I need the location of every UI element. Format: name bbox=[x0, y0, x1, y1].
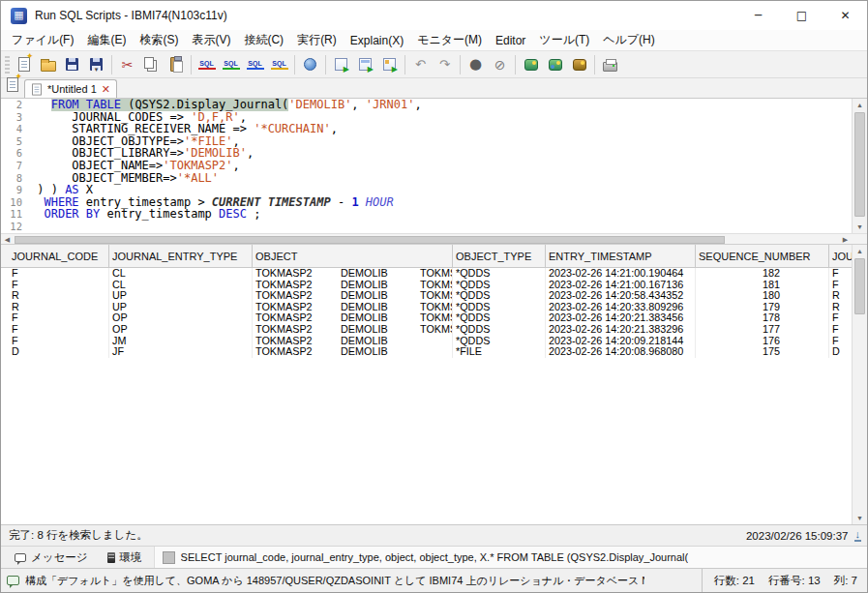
scroll-up-icon[interactable]: ▲ bbox=[853, 245, 867, 257]
sql-tool-4-button[interactable]: SQL bbox=[267, 53, 291, 76]
monitor-2-button[interactable] bbox=[543, 53, 567, 76]
column-header-object[interactable]: OBJECT bbox=[253, 245, 453, 267]
table-cell: F bbox=[9, 312, 109, 324]
menu-editor[interactable]: Editor bbox=[489, 32, 532, 49]
run-selected-button[interactable] bbox=[353, 53, 377, 76]
menu-explain[interactable]: Explain(X) bbox=[344, 32, 410, 49]
editor-vertical-scrollbar[interactable]: ▲ ▼ bbox=[852, 99, 867, 233]
redo-button[interactable]: ↷ bbox=[433, 53, 457, 76]
connect-button[interactable] bbox=[298, 53, 322, 76]
statement-history-entry[interactable]: SELECT journal_code, journal_entry_type,… bbox=[154, 547, 867, 568]
table-cell: JF bbox=[109, 346, 253, 358]
close-button[interactable]: ✕ bbox=[823, 1, 867, 30]
minimize-button[interactable]: ─ bbox=[736, 1, 780, 30]
editor-horizontal-scrollbar[interactable]: ◀ ▶ bbox=[1, 233, 867, 245]
scroll-right-icon[interactable]: ▶ bbox=[839, 234, 852, 245]
table-cell: F bbox=[9, 268, 109, 280]
editor-line[interactable]: 11 ORDER BY entry_timestamp DESC ; bbox=[1, 208, 852, 221]
environment-tab[interactable]: 環境 bbox=[100, 549, 150, 567]
table-row[interactable]: RUPTOKMASP2DEMOLIBTOKMSP*QDDS2023-02-26 … bbox=[1, 290, 852, 302]
table-cell: DEMOLIB bbox=[338, 346, 417, 358]
paste-button[interactable] bbox=[164, 53, 188, 76]
cut-icon: ✂ bbox=[122, 58, 134, 72]
environment-icon bbox=[107, 552, 115, 563]
table-row[interactable]: FOPTOKMASP2DEMOLIBTOKMSP*QDDS2023-02-26 … bbox=[1, 324, 852, 336]
menu-view[interactable]: 表示(V) bbox=[185, 30, 237, 50]
table-cell: TOKMASP2 bbox=[253, 290, 338, 302]
table-cell: DEMOLIB bbox=[338, 290, 417, 302]
run-from-cursor-button[interactable] bbox=[377, 53, 402, 76]
table-cell: *QDDS bbox=[453, 302, 546, 313]
connection-message: 構成「デフォルト」を使用して、GOMA から 148957/QUSER/QZDA… bbox=[25, 574, 644, 588]
stop-icon: ● bbox=[469, 57, 482, 72]
editor-line[interactable]: 8 OBJECT_MEMBER=>'*ALL' bbox=[1, 172, 852, 185]
menu-monitor[interactable]: モニター(M) bbox=[410, 30, 489, 50]
column-header-journal_entry_type[interactable]: JOURNAL_ENTRY_TYPE bbox=[109, 245, 253, 267]
column-header-entry_timestamp[interactable]: ENTRY_TIMESTAMP bbox=[546, 245, 696, 267]
column-header-object_type[interactable]: OBJECT_TYPE bbox=[453, 245, 546, 267]
editor-hscroll-thumb[interactable] bbox=[15, 236, 725, 244]
sql-tool-1-button[interactable]: SQL bbox=[195, 53, 219, 76]
window-controls: ─ □ ✕ bbox=[736, 1, 867, 30]
scroll-down-icon[interactable]: ▼ bbox=[853, 221, 867, 233]
sql-editor[interactable]: 2 FROM TABLE (QSYS2.Display_Journal('DEM… bbox=[1, 99, 867, 233]
column-header-sequence_number[interactable]: SEQUENCE_NUMBER bbox=[696, 245, 829, 267]
menu-run[interactable]: 実行(R) bbox=[290, 30, 344, 50]
scroll-left-icon[interactable]: ◀ bbox=[1, 234, 14, 245]
menu-file[interactable]: ファイル(F) bbox=[5, 30, 80, 50]
sql-tool-3-button[interactable]: SQL bbox=[243, 53, 267, 76]
scroll-down-icon[interactable]: ▼ bbox=[853, 512, 867, 524]
cancel-request-button[interactable]: ⊘ bbox=[488, 53, 512, 76]
table-row[interactable]: FCLTOKMASP2DEMOLIBTOKMSP*QDDS2023-02-26 … bbox=[1, 268, 852, 280]
table-row[interactable]: FCLTOKMASP2DEMOLIBTOKMSP*QDDS2023-02-26 … bbox=[1, 280, 852, 291]
editor-line[interactable]: 12 bbox=[1, 221, 852, 233]
results-vertical-scrollbar[interactable]: ▲ ▼ bbox=[852, 245, 867, 524]
menu-search[interactable]: 検索(S) bbox=[133, 30, 185, 50]
scroll-up-icon[interactable]: ▲ bbox=[853, 99, 867, 111]
line-number-gutter: 12 bbox=[1, 221, 30, 233]
table-cell: DEMOLIB bbox=[338, 324, 417, 336]
column-header-journal_code[interactable]: JOURNAL_CODE bbox=[9, 245, 109, 267]
table-cell: TOKMSP bbox=[417, 280, 453, 291]
save-button[interactable] bbox=[60, 53, 84, 76]
print-button[interactable] bbox=[598, 53, 622, 76]
table-row[interactable]: RUPTOKMASP2DEMOLIBTOKMSP*QDDS2023-02-26 … bbox=[1, 302, 852, 313]
tab-untitled-1[interactable]: *Untitled 1 ✕ bbox=[24, 79, 117, 98]
tab-bar: *Untitled 1 ✕ bbox=[1, 78, 867, 99]
open-button[interactable] bbox=[36, 53, 60, 76]
maximize-button[interactable]: □ bbox=[780, 1, 823, 30]
table-cell: 2023-02-26 14:20:08.968080 bbox=[546, 346, 696, 358]
menu-help[interactable]: ヘルプ(H) bbox=[596, 30, 662, 50]
editor-scroll-thumb[interactable] bbox=[854, 112, 865, 217]
table-cell: DEMOLIB bbox=[338, 336, 417, 347]
save-results-icon[interactable]: ↓ bbox=[854, 529, 862, 542]
tab-close-icon[interactable]: ✕ bbox=[102, 84, 110, 95]
table-row[interactable]: FOPTOKMASP2DEMOLIBTOKMSP*QDDS2023-02-26 … bbox=[1, 312, 852, 324]
run-all-button[interactable] bbox=[329, 53, 353, 76]
table-row[interactable]: DJFTOKMASP2DEMOLIB*FILE2023-02-26 14:20:… bbox=[1, 346, 852, 358]
copy-button[interactable] bbox=[139, 53, 164, 76]
stop-button[interactable]: ● bbox=[464, 53, 488, 76]
results-scroll-thumb[interactable] bbox=[854, 258, 865, 314]
window-title: Run SQL Scripts - IBMI74(N103c11v) bbox=[35, 9, 227, 22]
new-tab-icon bbox=[7, 77, 18, 92]
table-cell: R bbox=[9, 302, 109, 313]
table-cell: TOKMSP bbox=[417, 324, 453, 336]
messages-tab[interactable]: メッセージ bbox=[7, 549, 96, 567]
print-icon bbox=[603, 62, 617, 72]
undo-button[interactable]: ↶ bbox=[408, 53, 433, 76]
sql-tool-2-button[interactable]: SQL bbox=[219, 53, 243, 76]
table-row[interactable]: FJMTOKMASP2DEMOLIB*QDDS2023-02-26 14:20:… bbox=[1, 336, 852, 347]
new-tab-button[interactable] bbox=[7, 77, 18, 96]
save-all-button[interactable] bbox=[84, 53, 108, 76]
table-cell: 177 bbox=[696, 324, 829, 336]
menu-connect[interactable]: 接続(C) bbox=[237, 30, 290, 50]
monitor-1-button[interactable] bbox=[519, 53, 543, 76]
cursor-position-info: 行数: 21 行番号: 13 列: 7 bbox=[702, 569, 867, 592]
menu-tools[interactable]: ツール(T) bbox=[532, 30, 596, 50]
cut-button[interactable]: ✂ bbox=[115, 53, 139, 76]
menu-edit[interactable]: 編集(E) bbox=[80, 30, 133, 50]
table-cell: 2023-02-26 14:20:21.383296 bbox=[546, 324, 696, 336]
paste-icon bbox=[170, 57, 182, 72]
monitor-3-button[interactable] bbox=[567, 53, 591, 76]
